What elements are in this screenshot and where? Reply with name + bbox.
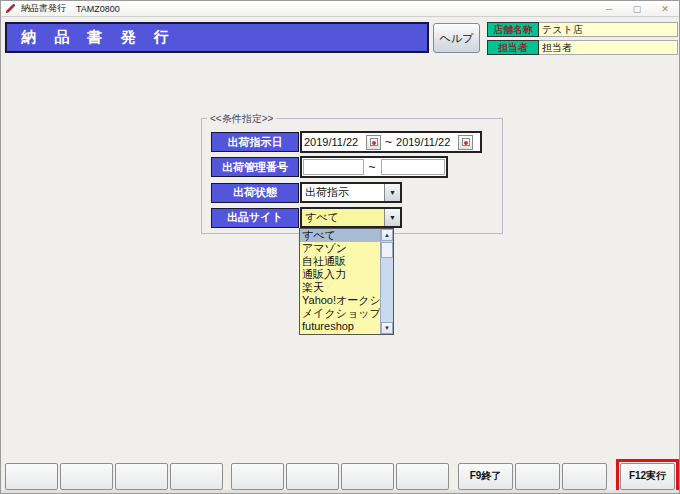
calendar-glyph	[370, 138, 378, 146]
calendar-icon[interactable]	[366, 135, 381, 150]
listing-site-label: 出品サイト	[211, 208, 299, 228]
staff-row: 担当者 担当者	[487, 40, 678, 55]
function-button-10[interactable]	[515, 463, 560, 490]
store-name-value: テスト店	[539, 22, 678, 37]
page-title-banner: 納 品 書 発 行	[5, 22, 429, 53]
chevron-down-icon[interactable]: ▼	[384, 184, 400, 201]
dropdown-item[interactable]: Yahoo!オークション	[300, 294, 380, 307]
dropdown-item[interactable]: futureshop	[300, 320, 380, 333]
window-title: 納品書発行	[21, 2, 66, 15]
staff-value: 担当者	[539, 40, 678, 55]
dropdown-item[interactable]: アマゾン	[300, 242, 380, 255]
fkey-group-3: F9終了	[458, 463, 607, 490]
dropdown-scrollbar[interactable]: ▲ ▼	[380, 229, 393, 334]
ship-status-label: 出荷状態	[211, 183, 299, 203]
listing-site-combobox[interactable]: すべて ▼	[300, 207, 402, 228]
dropdown-item[interactable]: 通販入力	[300, 268, 380, 281]
ship-number-label: 出荷管理番号	[211, 157, 299, 177]
app-window: 納品書発行 TAMZ0800 ─ ▢ ✕ 納 品 書 発 行 ヘルプ 店舗名称 …	[0, 0, 680, 494]
f12-execute-button[interactable]: F12実行	[620, 463, 675, 490]
site-dropdown-items: すべてアマゾン自社通販通販入力楽天Yahoo!オークションメイクショップfutu…	[300, 229, 380, 334]
dropdown-item[interactable]: メイクショップ	[300, 307, 380, 320]
ship-number-row: 出荷管理番号 ~	[211, 156, 448, 178]
close-icon[interactable]: ✕	[659, 1, 671, 17]
ship-status-value: 出荷指示	[302, 184, 384, 201]
function-button-11[interactable]	[562, 463, 607, 490]
fkey-group-1	[5, 463, 223, 490]
store-name-row: 店舗名称 テスト店	[487, 22, 678, 37]
fkey-group-2	[231, 463, 449, 490]
site-dropdown-list: すべてアマゾン自社通販通販入力楽天Yahoo!オークションメイクショップfutu…	[299, 228, 394, 335]
condition-legend: <<条件指定>>	[207, 112, 276, 126]
window-controls: ─ ▢ ✕	[603, 1, 671, 17]
ship-date-label: 出荷指示日	[211, 132, 299, 152]
f12-highlight-box: F12実行	[616, 459, 679, 494]
function-button-5[interactable]	[231, 463, 284, 490]
listing-site-row: 出品サイト すべて ▼	[211, 207, 402, 228]
function-button-7[interactable]	[341, 463, 394, 490]
scrollbar-track[interactable]	[381, 258, 393, 322]
condition-groupbox: <<条件指定>> 出荷指示日 2019/11/22 ~ 2019/11/22 出…	[201, 118, 503, 234]
dropdown-item[interactable]: すべて	[300, 229, 380, 242]
ship-date-fields: 2019/11/22 ~ 2019/11/22	[300, 131, 482, 153]
ship-date-from-input[interactable]: 2019/11/22	[304, 136, 364, 148]
help-button[interactable]: ヘルプ	[433, 23, 480, 53]
staff-label: 担当者	[487, 40, 539, 55]
date-range-separator: ~	[383, 135, 394, 149]
function-button-4[interactable]	[170, 463, 223, 490]
calendar-icon[interactable]	[458, 135, 473, 150]
maximize-icon[interactable]: ▢	[631, 1, 643, 17]
listing-site-value: すべて	[302, 209, 384, 226]
ship-number-to-input[interactable]	[381, 159, 445, 175]
f9-exit-button[interactable]: F9終了	[458, 463, 513, 490]
function-button-8[interactable]	[396, 463, 449, 490]
minimize-icon[interactable]: ─	[603, 1, 615, 17]
dropdown-item[interactable]: 自社通販	[300, 255, 380, 268]
ship-status-combobox[interactable]: 出荷指示 ▼	[300, 182, 402, 203]
dropdown-item[interactable]: 楽天	[300, 281, 380, 294]
title-bar: 納品書発行 TAMZ0800 ─ ▢ ✕	[1, 1, 679, 17]
function-button-6[interactable]	[286, 463, 339, 490]
function-key-bar: F9終了 F12実行	[1, 462, 679, 490]
ship-date-row: 出荷指示日 2019/11/22 ~ 2019/11/22	[211, 131, 482, 153]
store-name-label: 店舗名称	[487, 22, 539, 37]
ship-date-to-input[interactable]: 2019/11/22	[396, 136, 456, 148]
scroll-down-icon[interactable]: ▼	[381, 322, 393, 334]
ship-number-from-input[interactable]	[303, 159, 364, 175]
chevron-down-icon[interactable]: ▼	[384, 209, 400, 226]
calendar-glyph	[462, 138, 470, 146]
pen-app-icon	[5, 3, 16, 14]
program-id: TAMZ0800	[76, 4, 120, 14]
number-range-separator: ~	[367, 160, 378, 174]
function-button-1[interactable]	[5, 463, 58, 490]
ship-number-fields: ~	[300, 156, 448, 178]
ship-status-row: 出荷状態 出荷指示 ▼	[211, 182, 402, 203]
scroll-up-icon[interactable]: ▲	[381, 229, 393, 241]
window-bottom-edge	[1, 490, 679, 493]
function-button-2[interactable]	[60, 463, 113, 490]
scrollbar-thumb[interactable]	[381, 242, 393, 258]
function-button-3[interactable]	[115, 463, 168, 490]
